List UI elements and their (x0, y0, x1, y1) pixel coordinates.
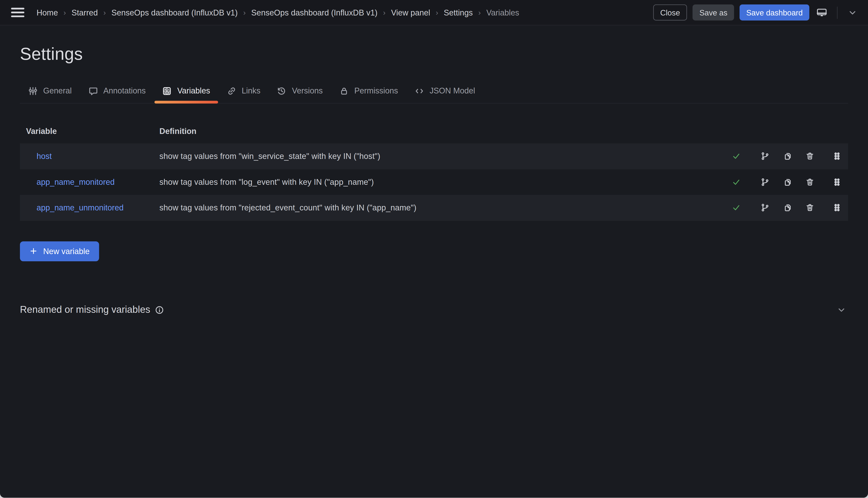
hamburger-icon (11, 8, 24, 10)
tab-general[interactable]: General (20, 79, 80, 103)
breadcrumb-separator: › (58, 8, 71, 16)
code-branch-icon (761, 203, 770, 212)
code-icon (415, 86, 424, 95)
tab-variables[interactable]: Variables (154, 79, 219, 103)
topbar-divider (837, 6, 838, 18)
column-header-definition: Definition (159, 127, 196, 136)
code-branch-icon (761, 178, 770, 186)
variable-definition: show tag values from "win_service_state"… (159, 152, 732, 161)
sliders-icon (28, 86, 38, 95)
variable-dependencies-button[interactable] (761, 203, 770, 212)
check-icon (732, 178, 741, 186)
delete-variable-button[interactable] (805, 178, 814, 186)
breadcrumb-separator: › (98, 8, 111, 16)
lock-icon (339, 86, 348, 95)
save-as-button[interactable]: Save as (693, 4, 734, 21)
breadcrumb-item-home[interactable]: Home (37, 8, 58, 17)
duplicate-variable-button[interactable] (783, 203, 792, 212)
chevron-down-icon (837, 305, 846, 315)
copy-icon (783, 203, 792, 212)
breadcrumb-item-settings[interactable]: Settings (444, 8, 473, 17)
delete-variable-button[interactable] (805, 203, 814, 212)
settings-page: Settings General Annotations (0, 44, 868, 316)
monitor-icon (816, 8, 827, 17)
top-nav-bar: Home › Starred › SenseOps dashboard (Inf… (0, 0, 868, 25)
renamed-section-title: Renamed or missing variables (20, 304, 150, 316)
trash-icon (805, 178, 814, 186)
calculator-grid-icon (162, 86, 172, 95)
close-button[interactable]: Close (653, 4, 687, 21)
delete-variable-button[interactable] (805, 152, 814, 161)
drag-handle[interactable] (833, 152, 842, 161)
variable-dependencies-button[interactable] (761, 152, 770, 161)
breadcrumb-item-dashboard[interactable]: SenseOps dashboard (InfluxDB v1) (111, 8, 238, 17)
new-variable-button[interactable]: New variable (20, 241, 99, 261)
copy-icon (783, 152, 792, 161)
table-header: Variable Definition (20, 120, 848, 143)
info-circle-icon (155, 305, 164, 314)
variable-name-link[interactable]: app_name_monitored (37, 178, 115, 186)
drag-handle[interactable] (833, 203, 842, 212)
breadcrumb-item-dashboard-2[interactable]: SenseOps dashboard (InfluxDB v1) (251, 8, 378, 17)
save-dashboard-button[interactable]: Save dashboard (740, 4, 809, 21)
tab-annotations[interactable]: Annotations (80, 79, 154, 103)
drag-handle-icon (833, 178, 842, 186)
check-icon (732, 203, 741, 212)
kiosk-mode-button[interactable] (815, 6, 829, 19)
breadcrumb-separator: › (473, 8, 486, 16)
variable-dependencies-button[interactable] (761, 178, 770, 186)
history-icon (277, 86, 286, 95)
screenshot-viewport: Home › Starred › SenseOps dashboard (Inf… (0, 0, 868, 498)
breadcrumb-item-variables: Variables (486, 8, 519, 17)
hamburger-menu-button[interactable] (11, 8, 24, 17)
plus-icon (29, 247, 38, 255)
drag-handle-icon (833, 152, 842, 161)
variable-definition: show tag values from "log_event" with ke… (159, 178, 732, 186)
tab-json-model[interactable]: JSON Model (406, 79, 483, 103)
breadcrumb-item-starred[interactable]: Starred (71, 8, 98, 17)
renamed-section-expand-button[interactable] (835, 303, 848, 316)
duplicate-variable-button[interactable] (783, 178, 792, 186)
topbar-expand-button[interactable] (846, 6, 859, 19)
variable-name-link[interactable]: app_name_unmonitored (37, 203, 123, 212)
breadcrumb-item-view-panel[interactable]: View panel (391, 8, 430, 17)
check-icon (732, 152, 741, 161)
link-icon (227, 86, 236, 95)
breadcrumb-separator: › (238, 8, 251, 16)
trash-icon (805, 152, 814, 161)
copy-icon (783, 178, 792, 186)
page-title: Settings (20, 44, 848, 64)
breadcrumb-separator: › (430, 8, 444, 16)
tab-versions[interactable]: Versions (269, 79, 331, 103)
comment-icon (88, 86, 98, 95)
chevron-down-icon (847, 8, 857, 17)
duplicate-variable-button[interactable] (783, 152, 792, 161)
variables-table: Variable Definition host show tag values… (20, 120, 848, 221)
breadcrumb: Home › Starred › SenseOps dashboard (Inf… (37, 8, 653, 17)
table-row: app_name_monitored show tag values from … (20, 169, 848, 195)
trash-icon (805, 203, 814, 212)
active-tab-underline (155, 101, 218, 103)
column-header-variable: Variable (20, 127, 159, 136)
drag-handle[interactable] (833, 178, 842, 186)
app-window: Home › Starred › SenseOps dashboard (Inf… (0, 0, 868, 497)
tab-permissions[interactable]: Permissions (331, 79, 406, 103)
tab-links[interactable]: Links (219, 79, 269, 103)
renamed-variables-section: Renamed or missing variables (20, 303, 848, 316)
topbar-actions: Close Save as Save dashboard (653, 4, 859, 21)
drag-handle-icon (833, 203, 842, 212)
variable-definition: show tag values from "rejected_event_cou… (159, 203, 732, 212)
table-row: app_name_unmonitored show tag values fro… (20, 195, 848, 221)
breadcrumb-separator: › (378, 8, 391, 16)
settings-tabs: General Annotations (20, 79, 848, 104)
app-screen: Home › Starred › SenseOps dashboard (Inf… (0, 0, 868, 498)
code-branch-icon (761, 152, 770, 161)
table-row: host show tag values from "win_service_s… (20, 143, 848, 169)
variable-name-link[interactable]: host (37, 152, 52, 161)
